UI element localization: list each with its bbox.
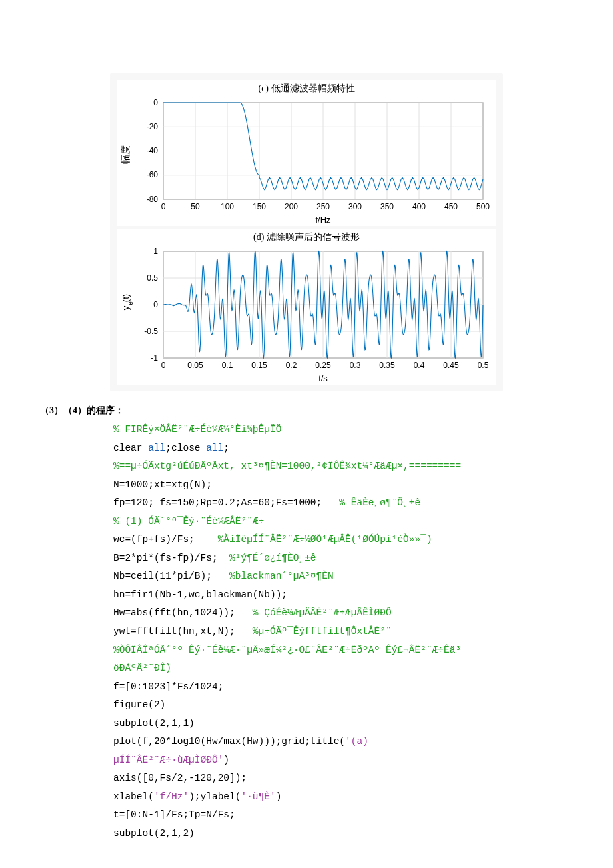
chart-d-svg: 1 0.5 0 -0.5 -1 0 0.05 0.1 0.15 0.2 0.25…	[117, 245, 496, 385]
svg-text:0.35: 0.35	[379, 361, 395, 370]
svg-text:-80: -80	[147, 195, 159, 204]
svg-text:0.25: 0.25	[315, 361, 331, 370]
svg-text:-60: -60	[147, 170, 159, 179]
svg-text:450: 450	[444, 202, 458, 211]
chart-c-xlabel: f/Hz	[315, 215, 331, 225]
chart-c-title: (c) 低通滤波器幅频特性	[117, 80, 496, 96]
svg-text:350: 350	[380, 202, 394, 211]
svg-text:100: 100	[221, 202, 234, 211]
svg-text:0.5: 0.5	[147, 273, 158, 283]
svg-text:300: 300	[348, 202, 362, 211]
svg-text:0.45: 0.45	[443, 361, 459, 370]
chart-c-ylabel: 幅度	[120, 145, 131, 164]
chart-d-filtered-signal: (d) 滤除噪声后的信号波形	[117, 229, 496, 385]
chart-c-yticks: 0 -20 -40 -60 -80	[147, 98, 159, 204]
svg-text:0: 0	[161, 361, 166, 370]
chart-d-yticks: 1 0.5 0 -0.5 -1	[144, 247, 158, 363]
svg-text:0: 0	[153, 98, 158, 107]
svg-text:0.5: 0.5	[478, 361, 489, 370]
svg-text:0: 0	[161, 202, 166, 211]
chart-d-xticks: 0 0.05 0.1 0.15 0.2 0.25 0.3 0.35 0.4 0.…	[161, 361, 489, 370]
svg-text:0.15: 0.15	[251, 361, 267, 370]
svg-text:0.4: 0.4	[414, 361, 425, 370]
svg-text:0.3: 0.3	[350, 361, 361, 370]
svg-text:1: 1	[153, 247, 158, 256]
svg-text:0.05: 0.05	[187, 361, 203, 370]
svg-text:-0.5: -0.5	[144, 327, 158, 336]
svg-text:-1: -1	[151, 353, 158, 363]
svg-text:50: 50	[191, 202, 200, 211]
chart-d-xlabel: t/s	[318, 373, 328, 383]
svg-text:200: 200	[285, 202, 298, 211]
chart-c-svg: 0 -20 -40 -60 -80 0 50 100 150 200 250	[117, 96, 496, 226]
chart-c-lowpass-magnitude: (c) 低通滤波器幅频特性	[117, 80, 496, 226]
svg-text:(t): (t)	[121, 294, 131, 302]
figure-container: (c) 低通滤波器幅频特性	[110, 73, 503, 391]
svg-text:400: 400	[412, 202, 426, 211]
chart-d-ylabel: y e (t)	[121, 294, 134, 310]
chart-c-xticks: 0 50 100 150 200 250 300 350 400 450 500	[161, 202, 490, 211]
svg-text:0.2: 0.2	[286, 361, 297, 370]
chart-d-title: (d) 滤除噪声后的信号波形	[117, 229, 496, 245]
svg-text:-40: -40	[147, 146, 159, 155]
svg-text:150: 150	[253, 202, 266, 211]
svg-text:y: y	[121, 305, 131, 310]
svg-text:0: 0	[153, 300, 158, 309]
svg-text:0.1: 0.1	[222, 361, 233, 370]
section-heading: （3）（4）的程序：	[40, 405, 573, 417]
svg-text:-20: -20	[147, 122, 159, 131]
svg-text:250: 250	[316, 202, 330, 211]
svg-text:500: 500	[476, 202, 490, 211]
matlab-code-listing: % FIRÊý×ÖÂË²¨Æ÷Éè¼Æ¼°Èí¼þÊµÏÖclear all;c…	[113, 421, 573, 843]
